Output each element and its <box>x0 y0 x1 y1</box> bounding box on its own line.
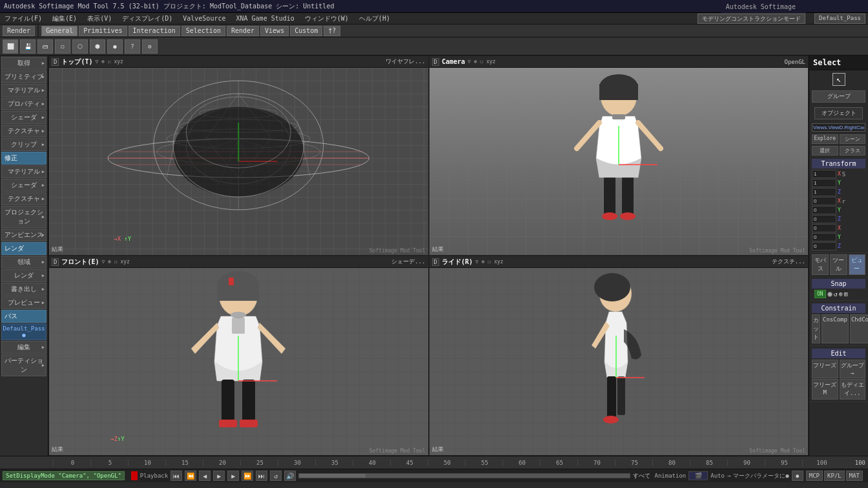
pass-dropdown[interactable]: Default_Pass <box>814 14 865 24</box>
viewport-top-canvas[interactable]: 結果 Softimage Mod Tool →X ↑Y <box>49 68 428 255</box>
sidebar-pass-default[interactable]: Default_Pass ● <box>1 323 46 340</box>
snap-on-indicator[interactable]: ON <box>814 290 826 298</box>
class-btn[interactable]: クラス <box>840 146 866 156</box>
tab-render[interactable]: Render <box>3 26 35 36</box>
viewport-right-canvas[interactable]: 結果 Softimage Mod Tool →Z↑X <box>429 268 809 455</box>
sidebar-render[interactable]: レンダ <box>1 269 46 282</box>
play-next-btn[interactable]: ⏩ <box>242 471 253 481</box>
tab-views[interactable]: Views <box>260 26 289 36</box>
play-next-frame-btn[interactable]: ▶ <box>227 471 239 481</box>
chdcomp-btn[interactable]: ChdComp <box>850 314 868 343</box>
transform-s-input[interactable] <box>812 170 836 178</box>
tool-poly[interactable]: ⬢ <box>90 39 105 54</box>
sidebar-preview[interactable]: プレビュー <box>1 296 46 309</box>
group2-btn[interactable]: グループ→ <box>840 360 866 378</box>
sidebar-mod-material[interactable]: マテリアル <box>1 165 46 178</box>
transform-sz-input[interactable] <box>812 188 836 196</box>
views-input[interactable] <box>812 123 865 132</box>
sidebar-region[interactable]: 領域 <box>1 256 46 269</box>
vp-top-camera-icon[interactable]: D <box>52 58 59 66</box>
tool-save2[interactable]: 🗃 <box>37 39 53 54</box>
kpl-btn[interactable]: KP/L <box>824 471 845 481</box>
sidebar-export[interactable]: 書き出し <box>1 283 46 296</box>
tab-selection[interactable]: Selection <box>181 26 225 36</box>
viewport-front-canvas[interactable]: 結果 Softimage Mod Tool →Z↑Y <box>49 268 428 455</box>
tool-box[interactable]: ◻ <box>55 39 70 54</box>
freeze-m-btn[interactable]: フリーズ M <box>812 379 838 400</box>
animation-icon[interactable]: 🎬 <box>688 471 708 480</box>
freeze-btn[interactable]: フリーズ <box>812 360 838 378</box>
play-start-btn[interactable]: ⏮ <box>170 471 182 481</box>
playback-timeline[interactable] <box>298 473 630 478</box>
snap-icon3[interactable]: ⊞ <box>844 290 848 298</box>
sidebar-mod-texture[interactable]: テクスチャ <box>1 192 46 205</box>
transform-ry-input[interactable] <box>812 206 836 214</box>
menu-edit[interactable]: 編集(E) <box>50 14 79 23</box>
mcp-btn[interactable]: MCP <box>806 471 823 481</box>
sidebar-edit[interactable]: 編集 <box>1 341 46 354</box>
transform-tz-input[interactable] <box>812 242 836 250</box>
transform-tx-input[interactable] <box>812 224 836 232</box>
play-prev-btn[interactable]: ⏪ <box>185 471 196 481</box>
view-btn[interactable]: ビュー <box>849 254 865 275</box>
tool-sphere[interactable]: ● <box>107 39 123 54</box>
vp-right-icon[interactable]: D <box>432 258 439 266</box>
tool-btn2[interactable]: ツール <box>830 254 847 275</box>
tab-primitives[interactable]: Primitives <box>79 26 127 36</box>
transform-sy-input[interactable] <box>812 179 836 187</box>
snap-icon2[interactable]: ⊕ <box>839 290 843 298</box>
scene-btn[interactable]: シーン <box>840 134 866 144</box>
sidebar-material[interactable]: マテリアル <box>1 84 46 97</box>
vp-cam-icon[interactable]: D <box>432 58 439 66</box>
timeline-ruler[interactable]: 0 5 10 15 20 25 30 35 40 45 50 55 60 65 … <box>0 456 868 469</box>
sidebar-get[interactable]: 取得 <box>1 57 46 70</box>
sidebar-ambient[interactable]: アンビエンス <box>1 229 46 241</box>
cnscomp-btn[interactable]: CnsComp <box>822 314 849 343</box>
play-btn[interactable]: ▶ <box>213 471 225 481</box>
play-stop-btn[interactable]: 🔊 <box>284 471 296 481</box>
explore-btn[interactable]: Explore <box>812 134 838 144</box>
tab-interaction[interactable]: Interaction <box>129 26 180 36</box>
group-button[interactable]: グループ <box>812 90 865 103</box>
sidebar-mod-shader[interactable]: シェーダ <box>1 179 46 192</box>
tool-save[interactable]: 💾 <box>20 39 36 54</box>
mode-dropdown[interactable]: モデリングコンストラクションモード <box>698 14 805 24</box>
menu-valvesource[interactable]: ValveSource <box>181 15 227 22</box>
sidebar-texture[interactable]: テクスチャ <box>1 125 46 137</box>
sidebar-partition[interactable]: パーティション <box>1 354 46 376</box>
mopass-btn[interactable]: モパス <box>812 254 829 275</box>
tool-transform[interactable]: ⬡ <box>72 39 88 54</box>
viewport-camera-canvas[interactable]: 結果 Softimage Mod Tool <box>429 68 809 255</box>
tab-extra[interactable]: †? <box>324 26 340 36</box>
select-btn[interactable]: 選択 <box>812 146 838 156</box>
play-loop-btn[interactable]: ↺ <box>270 471 282 481</box>
transform-rz-input[interactable] <box>812 215 836 223</box>
mat-btn[interactable]: MAT <box>846 471 863 481</box>
cut-btn[interactable]: カット <box>812 314 820 343</box>
tool-help[interactable]: ? <box>125 39 140 54</box>
play-prev-frame-btn[interactable]: ◀ <box>199 471 211 481</box>
menu-help[interactable]: ヘルプ(H) <box>357 14 392 23</box>
play-end-btn[interactable]: ⏭ <box>256 471 267 481</box>
vp-front-icon[interactable]: D <box>52 258 59 266</box>
marker-btn[interactable]: ● <box>792 471 803 481</box>
menu-window[interactable]: ウィンドウ(W) <box>303 14 351 23</box>
tool-settings[interactable]: ⚙ <box>142 39 158 54</box>
sidebar-primitive[interactable]: プリミティブ <box>1 70 46 83</box>
tool-select[interactable]: ⬜ <box>3 39 18 54</box>
object-button[interactable]: オブジェクト <box>814 107 863 119</box>
tab-render2[interactable]: Render <box>227 26 259 36</box>
media-edit-btn[interactable]: もディエイ... <box>840 379 866 400</box>
menu-view[interactable]: 表示(V) <box>85 14 114 23</box>
sidebar-property[interactable]: プロパティ <box>1 97 46 110</box>
transform-ty-input[interactable] <box>812 233 836 241</box>
sidebar-clip[interactable]: クリップ <box>1 138 46 151</box>
tab-custom[interactable]: Custom <box>290 26 322 36</box>
menu-xna[interactable]: XNA Game Studio <box>234 15 296 22</box>
sidebar-shader[interactable]: シェーダ <box>1 111 46 124</box>
menu-file[interactable]: ファイル(F) <box>3 14 44 23</box>
sidebar-projection[interactable]: プロジェクション <box>1 206 46 228</box>
transform-rx-input[interactable] <box>812 197 836 205</box>
menu-display[interactable]: ディスプレイ(D) <box>120 14 174 23</box>
tab-general[interactable]: General <box>41 26 78 36</box>
